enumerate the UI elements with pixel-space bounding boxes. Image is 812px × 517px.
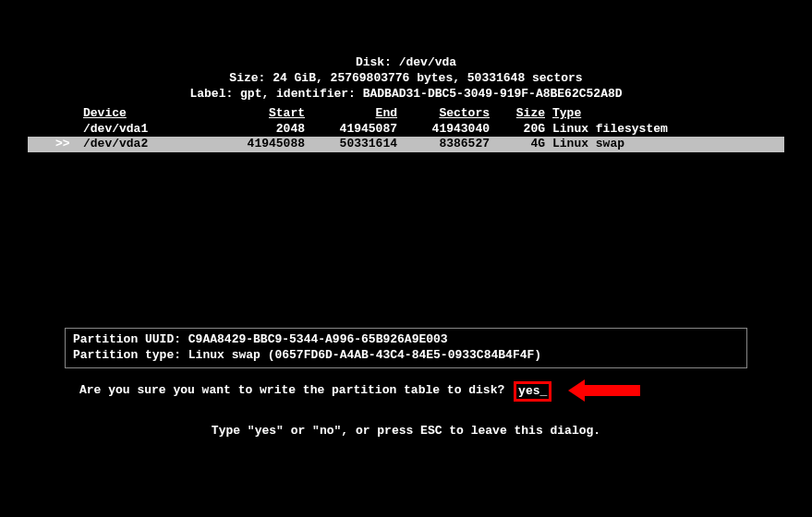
disk-title: Disk: /dev/vda — [28, 55, 784, 71]
terminal-screen: Disk: /dev/vda Size: 24 GiB, 25769803776… — [0, 0, 812, 467]
confirm-input[interactable]: yes_ — [514, 381, 551, 403]
cell-start: 41945088 — [203, 137, 305, 152]
partition-row-2[interactable]: >> /dev/vda2 41945088 50331614 8386527 4… — [28, 137, 784, 152]
annotation-arrow — [568, 379, 640, 402]
prompt-hint: Type "yes" or "no", or press ESC to leav… — [28, 424, 784, 439]
arrow-head-icon — [568, 379, 585, 402]
cell-type: Linux swap — [552, 137, 700, 152]
disk-size: Size: 24 GiB, 25769803776 bytes, 5033164… — [28, 71, 784, 87]
cell-sectors: 8386527 — [397, 137, 490, 152]
col-sectors: Sectors — [397, 106, 490, 122]
col-device: Device — [83, 106, 203, 122]
cell-end: 41945087 — [305, 122, 397, 138]
col-type: Type — [552, 106, 700, 122]
disk-label: Label: gpt, identifier: BADBAD31-DBC5-30… — [28, 87, 784, 102]
cell-size: 4G — [490, 137, 545, 152]
confirm-prompt: Are you sure you want to write the parti… — [28, 379, 784, 402]
partition-row-1[interactable]: /dev/vda1 2048 41945087 41943040 20G Lin… — [28, 122, 784, 138]
cell-start: 2048 — [203, 122, 305, 138]
partition-info-box: Partition UUID: C9AA8429-BBC9-5344-A996-… — [65, 328, 747, 368]
cell-device: /dev/vda2 — [83, 137, 203, 152]
cell-sectors: 41943040 — [397, 122, 490, 138]
partition-uuid: Partition UUID: C9AA8429-BBC9-5344-A996-… — [73, 332, 739, 348]
prompt-question: Are you sure you want to write the parti… — [79, 384, 504, 398]
cell-end: 50331614 — [305, 137, 397, 152]
cell-device: /dev/vda1 — [83, 122, 203, 138]
cell-size: 20G — [490, 122, 545, 138]
disk-header: Disk: /dev/vda Size: 24 GiB, 25769803776… — [28, 55, 784, 102]
selection-marker: >> — [55, 137, 70, 152]
col-size: Size — [490, 106, 545, 122]
arrow-shaft-icon — [585, 385, 640, 396]
cell-type: Linux filesystem — [552, 122, 700, 138]
partition-type: Partition type: Linux swap (0657FD6D-A4A… — [73, 348, 739, 364]
partition-table-header: Device Start End Sectors Size Type — [28, 106, 784, 122]
col-end: End — [305, 106, 397, 122]
col-start: Start — [203, 106, 305, 122]
